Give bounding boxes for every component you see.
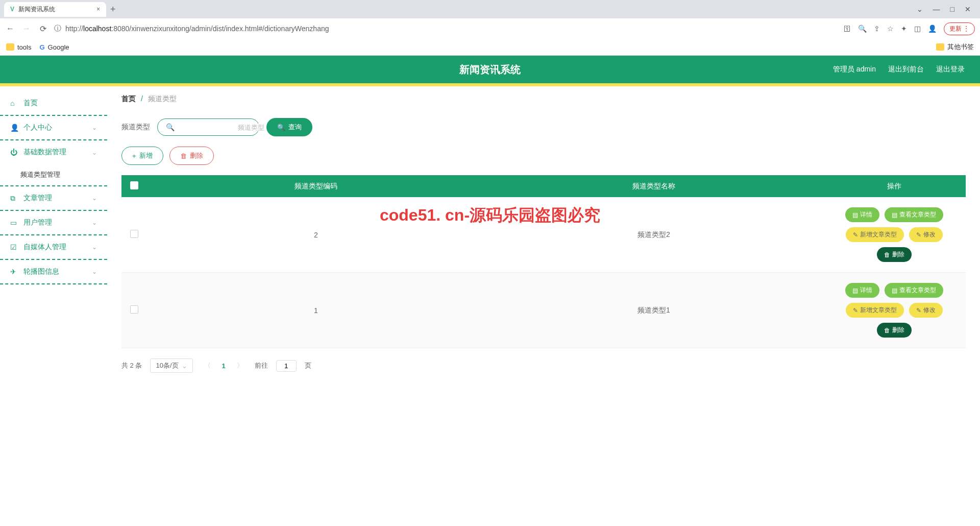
- sidebar-item-article[interactable]: ⧉ 文章管理 ⌄: [0, 186, 107, 211]
- copy-icon: ⧉: [10, 194, 18, 203]
- row-checkbox[interactable]: [130, 305, 138, 314]
- detail-button[interactable]: ▤ 详情: [845, 283, 879, 298]
- maximize-icon[interactable]: □: [950, 5, 954, 13]
- browser-chrome: V 新闻资讯系统 × + ⌄ — □ ✕ ← → ⟳ ⓘ http://loca…: [0, 0, 980, 56]
- sidebar-item-label: 基础数据管理: [23, 148, 66, 157]
- sidebar-item-user[interactable]: ▭ 用户管理 ⌄: [0, 211, 107, 235]
- key-icon[interactable]: ⚿: [844, 25, 851, 33]
- close-window-icon[interactable]: ✕: [965, 5, 971, 13]
- detail-button[interactable]: ▤ 详情: [845, 207, 879, 222]
- next-page-button[interactable]: 〉: [234, 361, 247, 370]
- browser-tab[interactable]: V 新闻资讯系统 ×: [4, 2, 106, 17]
- chevron-down-icon: ⌄: [92, 195, 97, 202]
- url-text: http://localhost:8080/xinwenzixunxitong/…: [65, 25, 329, 33]
- add-button[interactable]: + 新增: [121, 147, 163, 165]
- close-icon[interactable]: ×: [96, 6, 100, 13]
- sidebar-item-home[interactable]: ⌂ 首页: [0, 91, 107, 116]
- trash-icon: 🗑: [180, 152, 187, 160]
- view-article-button[interactable]: ▤ 查看文章类型: [885, 207, 943, 222]
- bookmark-other[interactable]: 其他书签: [936, 42, 974, 52]
- search-input-wrap[interactable]: 🔍: [157, 118, 259, 136]
- bookmark-tools[interactable]: tools: [6, 43, 31, 51]
- sidebar-item-label: 轮播图信息: [23, 267, 59, 276]
- pill-label: 详情: [860, 210, 872, 219]
- pill-label: 删除: [892, 250, 904, 259]
- tab-title: 新闻资讯系统: [18, 5, 55, 14]
- checkbox-all[interactable]: [130, 181, 138, 189]
- url-proto: http://: [65, 25, 83, 33]
- url-path: /xinwenzixunxitong/admin/dist/index.html…: [129, 25, 329, 33]
- profile-icon[interactable]: 👤: [928, 25, 937, 33]
- delete-button[interactable]: 🗑 删除: [169, 147, 214, 165]
- to-front-link[interactable]: 退出到前台: [888, 65, 924, 74]
- app-title: 新闻资讯系统: [459, 63, 521, 77]
- bookmarks-bar: tools GGoogle 其他书签: [0, 39, 980, 55]
- edit-button[interactable]: ✎ 修改: [909, 227, 943, 242]
- pill-label: 修改: [923, 306, 936, 315]
- minimize-icon[interactable]: —: [933, 5, 940, 13]
- search-icon: 🔍: [166, 123, 175, 131]
- page-suffix: 页: [305, 361, 311, 370]
- sidebar-item-personal[interactable]: 👤 个人中心 ⌄: [0, 116, 107, 140]
- power-icon: ⏻: [10, 148, 18, 156]
- zoom-icon[interactable]: 🔍: [858, 25, 867, 33]
- col-checkbox: [121, 175, 147, 197]
- table-row: 2 频道类型2 ▤ 详情 ▤ 查看文章类型 ✎ 新增文章类型 ✎ 修改 🗑 删除: [121, 197, 966, 273]
- table-row: 1 频道类型1 ▤ 详情 ▤ 查看文章类型 ✎ 新增文章类型 ✎ 修改 🗑 删除: [121, 273, 966, 348]
- row-delete-button[interactable]: 🗑 删除: [877, 247, 912, 262]
- chevron-down-icon[interactable]: ⌄: [917, 5, 923, 13]
- info-icon[interactable]: ⓘ: [54, 24, 61, 33]
- data-table: 频道类型编码 频道类型名称 操作 2 频道类型2 ▤ 详情 ▤ 查看文章类型 ✎…: [121, 175, 966, 348]
- pill-label: 新增文章类型: [860, 306, 897, 315]
- search-input[interactable]: [179, 124, 264, 131]
- pill-label: 查看文章类型: [899, 210, 936, 219]
- header-right: 管理员 admin 退出到前台 退出登录: [833, 65, 980, 74]
- sidebar-item-basedata[interactable]: ⏻ 基础数据管理 ⌃: [0, 140, 107, 164]
- chevron-down-icon: ⌄: [92, 268, 97, 275]
- search-row: 频道类型 🔍 🔍 查询: [121, 118, 966, 136]
- add-article-button[interactable]: ✎ 新增文章类型: [846, 227, 904, 242]
- star-icon[interactable]: ☆: [887, 25, 894, 33]
- back-icon[interactable]: ←: [5, 24, 15, 33]
- sidebar-sub-channel-type[interactable]: 频道类型管理: [0, 164, 107, 186]
- prev-page-button[interactable]: 〈: [201, 361, 214, 370]
- chevron-down-icon: ⌄: [92, 219, 97, 226]
- search-button[interactable]: 🔍 查询: [266, 118, 312, 136]
- sidebar-item-label: 自媒体人管理: [23, 243, 66, 252]
- panel-icon[interactable]: ◫: [914, 25, 921, 33]
- row-checkbox[interactable]: [130, 230, 138, 238]
- sidebar-item-carousel[interactable]: ✈ 轮播图信息 ⌄: [0, 260, 107, 284]
- breadcrumb-home[interactable]: 首页: [121, 94, 136, 103]
- add-button-label: 新增: [139, 151, 153, 160]
- bookmark-google[interactable]: GGoogle: [39, 43, 69, 51]
- header-user[interactable]: 管理员 admin: [833, 65, 876, 74]
- sidebar-item-label: 用户管理: [23, 218, 52, 227]
- logout-link[interactable]: 退出登录: [936, 65, 965, 74]
- bookmark-label: Google: [48, 43, 69, 51]
- row-delete-button[interactable]: 🗑 删除: [877, 323, 912, 338]
- address-bar[interactable]: ⓘ http://localhost:8080/xinwenzixunxiton…: [54, 24, 838, 33]
- sidebar-item-media[interactable]: ☑ 自媒体人管理 ⌄: [0, 235, 107, 260]
- share-icon[interactable]: ⇪: [874, 25, 880, 33]
- sidebar-item-label: 个人中心: [23, 123, 52, 132]
- page-number[interactable]: 1: [222, 362, 226, 370]
- search-icon: 🔍: [277, 124, 285, 131]
- page-size-select[interactable]: 10条/页 ⌄: [150, 358, 192, 373]
- update-label: 更新: [949, 25, 962, 32]
- vue-icon: V: [10, 6, 14, 13]
- update-button[interactable]: 更新 ⋮: [944, 22, 975, 35]
- forward-icon[interactable]: →: [21, 24, 32, 33]
- col-name: 频道类型名称: [485, 175, 823, 197]
- cell-code: 1: [147, 273, 485, 348]
- page-input[interactable]: [276, 360, 297, 372]
- url-port: :8080: [111, 25, 129, 33]
- view-article-button[interactable]: ▤ 查看文章类型: [885, 283, 943, 298]
- extension-icon[interactable]: ✦: [901, 25, 907, 33]
- new-tab-button[interactable]: +: [110, 4, 116, 15]
- edit-button[interactable]: ✎ 修改: [909, 303, 943, 318]
- page-size-label: 10条/页: [156, 361, 178, 370]
- add-article-button[interactable]: ✎ 新增文章类型: [846, 303, 904, 318]
- pill-label: 新增文章类型: [860, 230, 897, 239]
- nav-bar: ← → ⟳ ⓘ http://localhost:8080/xinwenzixu…: [0, 18, 980, 39]
- reload-icon[interactable]: ⟳: [38, 24, 48, 34]
